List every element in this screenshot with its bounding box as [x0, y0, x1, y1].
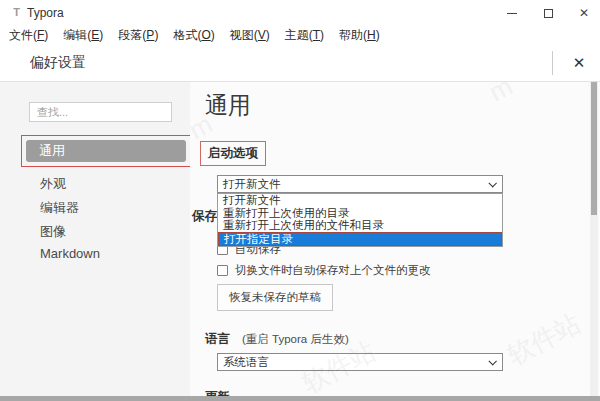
scrollbar-track[interactable]: [590, 82, 598, 397]
menu-view[interactable]: 视图(V): [227, 27, 273, 44]
startup-select[interactable]: 打开新文件: [217, 175, 503, 193]
language-label: 语言: [205, 331, 230, 348]
minimize-icon: [507, 13, 517, 14]
close-button[interactable]: ✕: [568, 0, 600, 26]
dropdown-option-open-custom-folder[interactable]: 打开指定目录: [218, 232, 502, 246]
settings-main-panel: m m 软件站 软件站 通用 启动选项 打开新文件 打开新文件 重新打开上次使用…: [190, 82, 600, 397]
startup-options-label: 启动选项: [208, 146, 258, 160]
app-icon: T: [10, 6, 23, 19]
watermark: m: [484, 82, 518, 108]
autosave-on-switch-row: 切换文件时自动保存对上个文件的更改: [217, 263, 431, 278]
menu-bar: 文件(F) 编辑(E) 段落(P) 格式(O) 视图(V) 主题(T) 帮助(H…: [0, 26, 600, 44]
scrollbar-thumb[interactable]: [591, 82, 597, 215]
sidebar-item-general[interactable]: 通用: [26, 140, 186, 162]
page-title: 通用: [205, 90, 251, 121]
language-restart-note: (重启 Typora 后生效): [242, 332, 349, 347]
minimize-button[interactable]: [496, 0, 528, 26]
bottom-edge-bar: [0, 396, 600, 401]
sidebar-item-appearance[interactable]: 外观: [40, 175, 66, 193]
typora-window: T Typora ✕ 文件(F) 编辑(E) 段落(P) 格式(O) 视图(V)…: [0, 0, 600, 401]
dropdown-option-new-file[interactable]: 打开新文件: [218, 194, 502, 207]
window-title: Typora: [27, 6, 64, 20]
language-select-value: 系统语言: [223, 355, 269, 370]
preferences-close-button[interactable]: ✕: [566, 52, 592, 74]
annotation-box-general: 通用: [21, 135, 191, 167]
menu-edit[interactable]: 编辑(E): [60, 27, 106, 44]
language-row: 语言 (重启 Typora 后生效): [205, 331, 349, 348]
sidebar-item-image[interactable]: 图像: [40, 223, 66, 241]
annotation-box-startup-label: 启动选项: [200, 141, 266, 166]
menu-theme[interactable]: 主题(T): [282, 27, 327, 44]
header-divider: [552, 51, 553, 75]
dropdown-option-reopen-files-folder[interactable]: 重新打开上次使用的文件和目录: [218, 219, 502, 232]
sidebar-item-markdown[interactable]: Markdown: [40, 246, 100, 261]
search-input[interactable]: [29, 102, 172, 122]
startup-select-value: 打开新文件: [223, 177, 281, 192]
preferences-header: 偏好设置 ✕: [0, 44, 600, 82]
autosave-on-switch-label: 切换文件时自动保存对上个文件的更改: [235, 263, 431, 278]
menu-file[interactable]: 文件(F): [6, 27, 51, 44]
preferences-body: 通用 外观 编辑器 图像 Markdown m m 软件站 软件站 通用 启动选…: [0, 82, 600, 397]
maximize-icon: [544, 9, 553, 18]
settings-sidebar: 通用 外观 编辑器 图像 Markdown: [0, 82, 190, 397]
close-icon: ✕: [579, 7, 589, 19]
autosave-on-switch-checkbox[interactable]: [217, 265, 228, 276]
menu-paragraph[interactable]: 段落(P): [115, 27, 161, 44]
watermark: 软件站: [501, 306, 586, 374]
menu-help[interactable]: 帮助(H): [336, 27, 383, 44]
startup-dropdown-list: 打开新文件 重新打开上次使用的目录 重新打开上次使用的文件和目录 打开指定目录: [217, 193, 503, 247]
title-bar: T Typora ✕: [0, 0, 600, 26]
sidebar-item-editor[interactable]: 编辑器: [40, 199, 79, 217]
maximize-button[interactable]: [532, 0, 564, 26]
preferences-title: 偏好设置: [30, 54, 86, 72]
chevron-down-icon: [488, 357, 496, 365]
recover-drafts-button[interactable]: 恢复未保存的草稿: [217, 284, 333, 311]
save-section-label: 保存: [192, 208, 217, 225]
language-select[interactable]: 系统语言: [217, 353, 503, 371]
dropdown-option-reopen-folder[interactable]: 重新打开上次使用的目录: [218, 207, 502, 220]
menu-format[interactable]: 格式(O): [170, 27, 217, 44]
chevron-down-icon: [488, 179, 496, 187]
